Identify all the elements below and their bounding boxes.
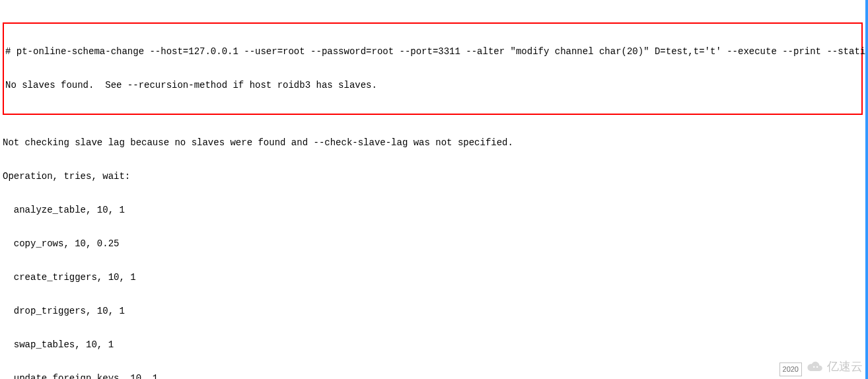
output-line: Operation, tries, wait: [3, 171, 865, 182]
terminal-output: # pt-online-schema-change --host=127.0.0… [0, 0, 868, 379]
output-line: swap_tables, 10, 1 [3, 339, 865, 351]
output-line: create_triggers, 10, 1 [3, 272, 865, 283]
output-line: analyze_table, 10, 1 [3, 205, 865, 216]
command-highlight: # pt-online-schema-change --host=127.0.0… [3, 22, 863, 115]
output-line: Not checking slave lag because no slaves… [3, 137, 865, 149]
watermark-year: 2020 [779, 362, 802, 376]
command-line: # pt-online-schema-change --host=127.0.0… [5, 46, 860, 57]
no-slaves-line: No slaves found. See --recursion-method … [5, 80, 860, 91]
output-line: copy_rows, 10, 0.25 [3, 238, 865, 250]
scrollbar[interactable] [865, 0, 868, 379]
output-line: drop_triggers, 10, 1 [3, 306, 865, 317]
output-line: update_foreign_keys, 10, 1 [3, 373, 865, 379]
